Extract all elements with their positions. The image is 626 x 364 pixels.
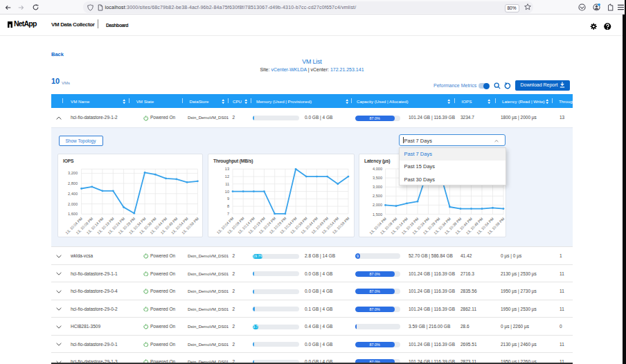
svg-text:2,000: 2,000 (68, 202, 78, 206)
svg-text:4,000: 4,000 (373, 167, 382, 171)
svg-text:9: 9 (227, 197, 229, 201)
svg-text:Throughput (MB/s): Throughput (MB/s) (213, 158, 253, 164)
svg-text:3,200: 3,200 (68, 171, 78, 175)
svg-text:2,400: 2,400 (68, 192, 78, 196)
svg-text:10: 10 (225, 190, 229, 194)
svg-text:1,600: 1,600 (68, 212, 78, 216)
svg-text:13: 13 (225, 167, 229, 171)
svg-text:12: 12 (225, 174, 229, 179)
svg-text:7: 7 (227, 212, 229, 216)
svg-text:2,500: 2,500 (373, 194, 382, 198)
svg-text:3,000: 3,000 (373, 185, 382, 189)
svg-text:3,500: 3,500 (373, 176, 382, 180)
svg-text:2,800: 2,800 (68, 181, 78, 185)
svg-text:8: 8 (227, 204, 229, 208)
svg-text:2,000: 2,000 (373, 203, 382, 207)
svg-text:IOPS: IOPS (63, 158, 74, 163)
svg-text:1,500: 1,500 (373, 212, 382, 217)
svg-text:Latency (µs): Latency (µs) (364, 158, 390, 164)
svg-text:11: 11 (225, 182, 229, 186)
